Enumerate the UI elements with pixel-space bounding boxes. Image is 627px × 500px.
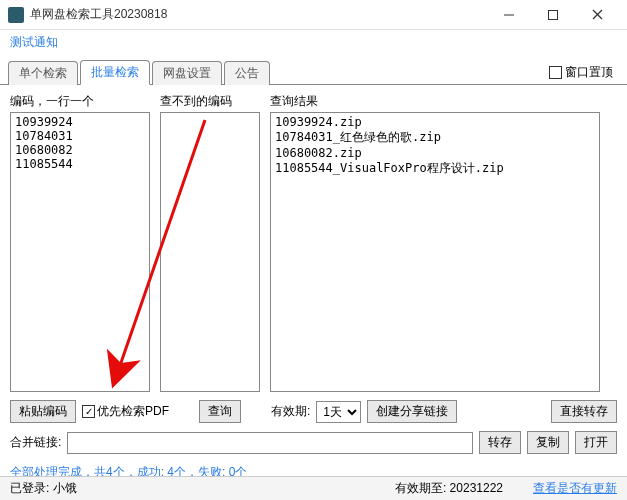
prefer-pdf-checkbox[interactable]: ✓ [82,405,95,418]
minimize-button[interactable] [487,0,531,30]
codes-label: 编码，一行一个 [10,93,150,110]
create-link-button[interactable]: 创建分享链接 [367,400,457,423]
prefer-pdf-option[interactable]: ✓ 优先检索PDF [82,403,169,420]
tab-single[interactable]: 单个检索 [8,61,78,85]
tab-batch[interactable]: 批量检索 [80,60,150,85]
menubar: 测试通知 [0,30,627,55]
close-button[interactable] [575,0,619,30]
codes-input[interactable]: 10939924 10784031 10680082 11085544 [10,112,150,392]
tab-settings[interactable]: 网盘设置 [152,61,222,85]
app-icon [8,7,24,23]
notfound-label: 查不到的编码 [160,93,260,110]
titlebar: 单网盘检索工具20230818 [0,0,627,30]
results-list[interactable]: 10939924.zip 10784031_红色绿色的歌.zip 1068008… [270,112,600,392]
footer: 已登录: 小饿 有效期至: 20231222 查看是否有更新 [0,476,627,500]
expire-select[interactable]: 1天 [316,401,361,423]
action-row-2: 合并链接: 转存 复制 打开 [10,431,617,454]
direct-transfer-button[interactable]: 直接转存 [551,400,617,423]
copy-button[interactable]: 复制 [527,431,569,454]
check-update-link[interactable]: 查看是否有更新 [533,480,617,497]
query-button[interactable]: 查询 [199,400,241,423]
tab-notice[interactable]: 公告 [224,61,270,85]
open-button[interactable]: 打开 [575,431,617,454]
expiry-status: 有效期至: 20231222 [395,480,503,497]
always-on-top-option[interactable]: 窗口置顶 [549,64,619,84]
paste-button[interactable]: 粘贴编码 [10,400,76,423]
menu-test-notify[interactable]: 测试通知 [10,35,58,49]
tabs-row: 单个检索 批量检索 网盘设置 公告 窗口置顶 [0,55,627,85]
notfound-list[interactable] [160,112,260,392]
content: 编码，一行一个 10939924 10784031 10680082 11085… [0,85,627,458]
always-on-top-checkbox[interactable] [549,66,562,79]
merge-label: 合并链接: [10,434,61,451]
transfer-button[interactable]: 转存 [479,431,521,454]
results-label: 查询结果 [270,93,600,110]
expire-label: 有效期: [271,403,310,420]
action-row-1: 粘贴编码 ✓ 优先检索PDF 查询 有效期: 1天 创建分享链接 直接转存 [10,400,617,423]
svg-rect-1 [549,10,558,19]
maximize-button[interactable] [531,0,575,30]
merge-input[interactable] [67,432,473,454]
window-title: 单网盘检索工具20230818 [30,6,487,23]
login-status: 已登录: 小饿 [10,480,77,497]
prefer-pdf-label: 优先检索PDF [97,403,169,420]
always-on-top-label: 窗口置顶 [565,64,613,81]
